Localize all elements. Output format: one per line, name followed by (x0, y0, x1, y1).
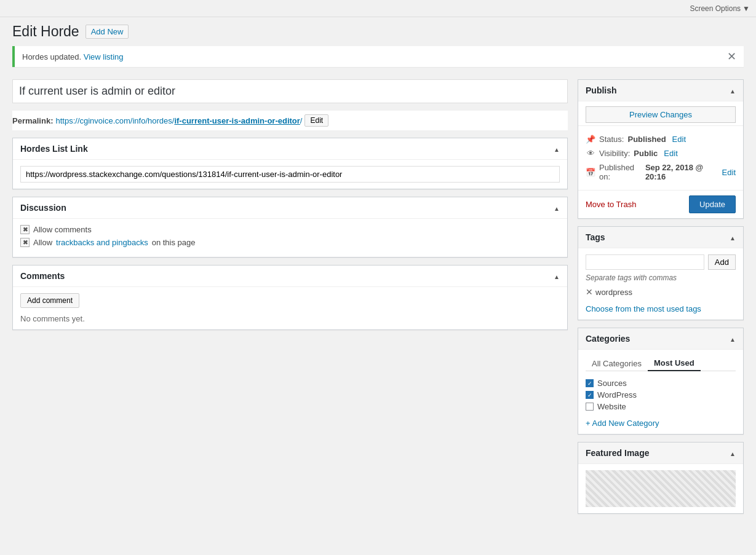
chevron-up-icon (554, 143, 560, 154)
categories-list: ✓ Sources ✓ WordPress Website (586, 377, 736, 412)
featured-image-toggle[interactable] (730, 447, 736, 459)
tags-content: Add Separate tags with commas ✕ wordpres… (578, 248, 743, 320)
published-icon: 📅 (586, 168, 595, 177)
tag-item-wordpress: ✕ wordpress (586, 287, 632, 297)
add-new-category-link[interactable]: + Add New Category (586, 419, 736, 428)
publish-title: Publish (586, 85, 617, 95)
screen-options-label: Screen Options (690, 4, 741, 13)
discussion-header: Discussion (13, 197, 567, 219)
wordpress-label: WordPress (597, 390, 637, 400)
categories-title: Categories (586, 334, 630, 344)
top-bar: Screen Options ▼ (0, 0, 756, 17)
visibility-edit-link[interactable]: Edit (664, 149, 677, 158)
discussion-box: Discussion ✖ Allow comments ✖ Allow trac… (12, 197, 568, 258)
comments-toggle[interactable] (554, 270, 560, 281)
permalink-url[interactable]: https://cginvoice.com/info/hordes/if-cur… (55, 116, 302, 125)
notice-bar: Hordes updated. View listing ✕ (12, 46, 744, 67)
featured-image-box: Featured Image (578, 442, 744, 514)
main-layout: Permalink: https://cginvoice.com/info/ho… (0, 73, 756, 520)
preview-changes-button[interactable]: Preview Changes (586, 106, 736, 123)
cat-item-website: Website (586, 401, 736, 412)
screen-options-button[interactable]: Screen Options ▼ (690, 4, 750, 13)
add-new-button[interactable]: Add New (86, 25, 129, 39)
publish-content: 📌 Status: Published Edit 👁 Visibility: P… (578, 126, 743, 190)
sources-checkbox[interactable]: ✓ (586, 379, 594, 387)
status-row: 📌 Status: Published Edit (586, 132, 736, 146)
comments-header: Comments (13, 266, 567, 287)
categories-tabs: All Categories Most Used (586, 356, 736, 371)
tags-input-row: Add (586, 254, 736, 270)
categories-toggle[interactable] (730, 333, 736, 344)
allow-trackbacks-label: Allow (33, 238, 52, 247)
tab-most-used[interactable]: Most Used (648, 356, 701, 371)
tab-all-categories[interactable]: All Categories (586, 356, 648, 371)
hordes-list-link-input[interactable] (20, 166, 560, 183)
visibility-label: Visibility: (599, 149, 630, 158)
notice-text: Hordes updated. View listing (22, 52, 124, 61)
screen-options-arrow-icon: ▼ (742, 4, 750, 13)
categories-content: All Categories Most Used ✓ Sources ✓ Wor… (578, 350, 743, 434)
chevron-up-icon-2 (554, 202, 560, 213)
published-edit-link[interactable]: Edit (722, 168, 736, 177)
visibility-icon: 👁 (586, 149, 595, 158)
visibility-row: 👁 Visibility: Public Edit (586, 146, 736, 160)
wordpress-checkbox[interactable]: ✓ (586, 391, 594, 399)
chevron-up-icon-7 (730, 447, 736, 458)
comments-title: Comments (20, 271, 65, 281)
publish-footer: Move to Trash Update (578, 190, 743, 218)
categories-box: Categories All Categories Most Used ✓ So… (578, 328, 744, 435)
view-listing-link[interactable]: View listing (84, 52, 124, 61)
discussion-toggle[interactable] (554, 202, 560, 213)
page-title: Edit Horde (12, 23, 79, 40)
chevron-up-icon-6 (730, 333, 736, 344)
allow-trackbacks-checkbox[interactable]: ✖ (20, 238, 30, 247)
published-label: Published on: (599, 163, 642, 181)
tag-remove-button[interactable]: ✕ (586, 287, 593, 297)
hordes-list-link-box: Hordes List Link (12, 138, 568, 189)
tags-input[interactable] (586, 254, 704, 270)
permalink-edit-button[interactable]: Edit (304, 114, 328, 127)
comments-content: Add comment No comments yet. (13, 287, 567, 329)
hordes-list-link-content (13, 160, 567, 189)
hordes-list-link-title: Hordes List Link (20, 144, 88, 154)
allow-trackbacks-row: ✖ Allow trackbacks and pingbacks on this… (20, 238, 560, 247)
allow-comments-checkbox[interactable]: ✖ (20, 225, 30, 234)
comments-box: Comments Add comment No comments yet. (12, 265, 568, 330)
update-button[interactable]: Update (689, 195, 736, 213)
tags-box: Tags Add Separate tags with commas ✕ wor… (578, 226, 744, 320)
hordes-list-link-header: Hordes List Link (13, 138, 567, 160)
tags-add-button[interactable]: Add (708, 254, 736, 270)
left-column: Permalink: https://cginvoice.com/info/ho… (12, 79, 568, 330)
tags-hint: Separate tags with commas (586, 274, 736, 282)
no-comments-text: No comments yet. (20, 314, 560, 323)
categories-header: Categories (578, 328, 743, 350)
publish-toggle[interactable] (730, 85, 736, 96)
post-title-input[interactable] (12, 79, 568, 103)
published-value: Sep 22, 2018 @ 20:16 (645, 163, 716, 181)
status-value: Published (627, 135, 666, 144)
website-checkbox[interactable] (586, 403, 594, 411)
notice-close-button[interactable]: ✕ (727, 51, 736, 62)
add-comment-button[interactable]: Add comment (20, 293, 79, 308)
tags-title: Tags (586, 232, 605, 242)
move-to-trash-link[interactable]: Move to Trash (586, 200, 636, 209)
discussion-title: Discussion (20, 203, 66, 213)
hordes-list-link-toggle[interactable] (554, 143, 560, 154)
featured-image-title: Featured Image (586, 448, 649, 458)
visibility-value: Public (634, 149, 658, 158)
status-edit-link[interactable]: Edit (672, 135, 686, 144)
choose-most-used-link[interactable]: Choose from the most used tags (586, 304, 736, 313)
allow-comments-row: ✖ Allow comments (20, 225, 560, 234)
tags-toggle[interactable] (730, 232, 736, 243)
trackbacks-link[interactable]: trackbacks and pingbacks (56, 238, 148, 247)
published-row: 📅 Published on: Sep 22, 2018 @ 20:16 Edi… (586, 160, 736, 184)
chevron-up-icon-3 (554, 270, 560, 281)
preview-btn-wrapper: Preview Changes (578, 101, 743, 126)
publish-header: Publish (578, 80, 743, 101)
chevron-up-icon-5 (730, 232, 736, 242)
permalink-row: Permalink: https://cginvoice.com/info/ho… (12, 111, 568, 130)
website-label: Website (597, 402, 626, 411)
sources-label: Sources (597, 379, 627, 388)
tags-header: Tags (578, 227, 743, 248)
status-icon: 📌 (586, 135, 595, 144)
